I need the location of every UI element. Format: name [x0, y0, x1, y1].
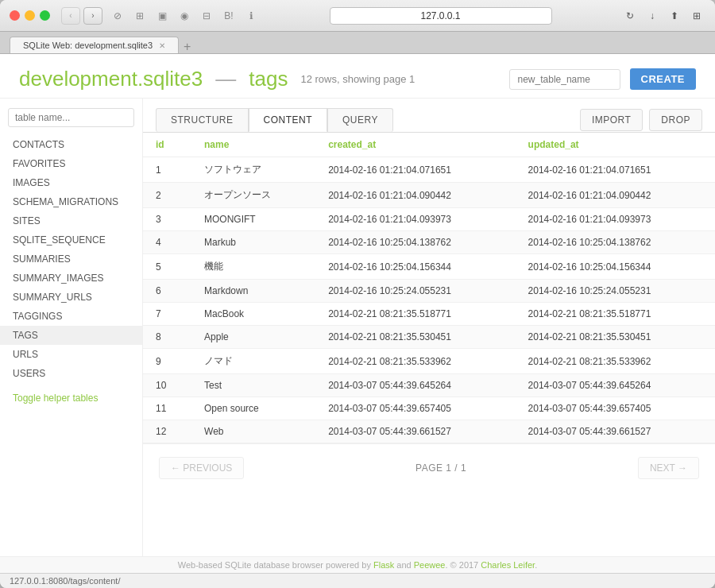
cell-name: Web [191, 420, 315, 443]
cell-id: 9 [143, 349, 191, 374]
sidebar-item-summary-images[interactable]: SUMMARY_IMAGES [0, 269, 142, 288]
cell-id: 7 [143, 303, 191, 326]
toggle-helper-tables[interactable]: Toggle helper tables [0, 383, 142, 408]
tab-content[interactable]: CONTENT [249, 108, 328, 132]
back-button[interactable]: ‹ [61, 7, 80, 25]
sidebar-item-users[interactable]: USERS [0, 364, 142, 383]
minimize-button[interactable] [25, 10, 35, 21]
maximize-button[interactable] [40, 10, 50, 21]
flask-link[interactable]: Flask [373, 560, 394, 570]
table-row[interactable]: 10Test2014-03-07 05:44:39.6452642014-03-… [143, 374, 715, 397]
cell-id: 2 [143, 183, 191, 208]
page-info: PAGE 1 / 1 [415, 462, 466, 474]
cell-id: 10 [143, 374, 191, 397]
forward-button[interactable]: › [83, 7, 102, 25]
sidebar-item-favorites[interactable]: FAVORITES [0, 154, 142, 173]
tab-structure[interactable]: STRUCTURE [156, 108, 249, 132]
drop-button[interactable]: DROP [649, 109, 702, 131]
cell-updated_at: 2014-02-16 01:21:04.090442 [516, 183, 715, 208]
image-icon[interactable]: ▣ [153, 7, 171, 25]
grid-icon[interactable]: ⊟ [198, 7, 215, 25]
table-row[interactable]: 8Apple2014-02-21 08:21:35.5304512014-02-… [143, 326, 715, 349]
table-row[interactable]: 12Web2014-03-07 05:44:39.6615272014-03-0… [143, 420, 715, 443]
bookmark-icon[interactable]: B! [220, 7, 238, 25]
next-button[interactable]: NEXT → [638, 457, 699, 479]
address-bar[interactable]: 127.0.0.1 [330, 7, 552, 25]
col-name[interactable]: name [191, 133, 315, 157]
cell-created_at: 2014-03-07 05:44:39.645264 [315, 374, 515, 397]
new-window-icon[interactable]: ⊞ [688, 7, 705, 25]
col-updated-at[interactable]: updated_at [516, 133, 715, 157]
sidebar-search-input[interactable] [8, 108, 134, 127]
toolbar-icons: ⊘ ⊞ ▣ ◉ ⊟ B! ℹ [109, 7, 260, 25]
create-button[interactable]: CREATE [630, 68, 696, 90]
table-row[interactable]: 4Markub2014-02-16 10:25:04.1387622014-02… [143, 231, 715, 254]
cell-name: 機能 [191, 254, 315, 280]
col-id[interactable]: id [143, 133, 191, 157]
table-wrapper: id name created_at updated_at 1ソフトウェア201… [143, 133, 715, 443]
sidebar-item-sqlite-sequence[interactable]: SQLITE_SEQUENCE [0, 230, 142, 250]
cell-updated_at: 2014-02-21 08:21:35.530451 [516, 326, 715, 349]
cell-created_at: 2014-02-16 01:21:04.090442 [315, 183, 515, 208]
cell-updated_at: 2014-02-21 08:21:35.518771 [516, 303, 715, 326]
row-info: 12 rows, showing page 1 [300, 73, 415, 85]
page-header: development.sqlite3 — tags 12 rows, show… [0, 54, 715, 99]
col-created-at[interactable]: created_at [315, 133, 515, 157]
sidebar-item-sites[interactable]: SITES [0, 211, 142, 230]
sidebar-item-urls[interactable]: URLS [0, 345, 142, 364]
table-row[interactable]: 3MOONGIFT2014-02-16 01:21:04.0939732014-… [143, 208, 715, 231]
table-name-heading: tags [249, 67, 288, 91]
peewee-link[interactable]: Peewee [414, 560, 446, 570]
data-table: id name created_at updated_at 1ソフトウェア201… [143, 133, 715, 443]
camera-icon[interactable]: ◉ [176, 7, 193, 25]
info-icon[interactable]: ℹ [242, 7, 260, 25]
import-button[interactable]: IMPORT [580, 109, 643, 131]
cell-id: 3 [143, 208, 191, 231]
cell-id: 4 [143, 231, 191, 254]
sidebar-item-contacts[interactable]: CONTACTS [0, 135, 142, 154]
cell-created_at: 2014-02-16 01:21:04.071651 [315, 157, 515, 183]
sidebar-item-images[interactable]: IMAGES [0, 173, 142, 192]
table-row[interactable]: 5機能2014-02-16 10:25:04.1563442014-02-16 … [143, 254, 715, 280]
close-button[interactable] [10, 10, 20, 21]
sidebar-item-summaries[interactable]: SUMMARIES [0, 250, 142, 269]
refresh-icon[interactable]: ↻ [621, 7, 639, 25]
cell-id: 11 [143, 397, 191, 420]
cell-updated_at: 2014-02-16 01:21:04.093973 [516, 208, 715, 231]
tab-close-icon[interactable]: ✕ [159, 41, 165, 50]
main-layout: CONTACTS FAVORITES IMAGES SCHEMA_MIGRATI… [0, 99, 715, 556]
layers-icon[interactable]: ⊞ [131, 7, 149, 25]
cell-created_at: 2014-02-21 08:21:35.530451 [315, 326, 515, 349]
cell-created_at: 2014-02-16 10:25:04.138762 [315, 231, 515, 254]
browser-titlebar: ‹ › ⊘ ⊞ ▣ ◉ ⊟ B! ℹ 127.0.0.1 ↻ ↓ ⬆ ⊞ [0, 0, 715, 32]
cell-name: Test [191, 374, 315, 397]
sidebar-item-schema-migrations[interactable]: SCHEMA_MIGRATIONS [0, 192, 142, 211]
author-link[interactable]: Charles Leifer [481, 560, 535, 570]
stop-icon[interactable]: ⊘ [109, 7, 126, 25]
cell-created_at: 2014-02-16 10:25:04.156344 [315, 254, 515, 280]
sidebar-item-taggings[interactable]: TAGGINGS [0, 307, 142, 326]
sidebar-item-summary-urls[interactable]: SUMMARY_URLS [0, 288, 142, 307]
cell-name: Markdown [191, 280, 315, 303]
sidebar-item-tags[interactable]: TAGS [0, 326, 142, 345]
new-tab-button[interactable]: + [184, 41, 191, 53]
db-name: development.sqlite3 [19, 67, 203, 91]
cell-created_at: 2014-03-07 05:44:39.661527 [315, 420, 515, 443]
browser-tab[interactable]: SQLite Web: development.sqlite3 ✕ [10, 37, 179, 53]
table-row[interactable]: 6Markdown2014-02-16 10:25:24.0552312014-… [143, 280, 715, 303]
new-table-input[interactable] [509, 69, 620, 90]
download-icon[interactable]: ↓ [644, 7, 661, 25]
prev-button[interactable]: ← PREVIOUS [159, 457, 244, 479]
tab-query[interactable]: QUERY [327, 108, 393, 132]
dash-separator: — [215, 67, 236, 91]
cell-updated_at: 2014-02-16 10:25:04.138762 [516, 231, 715, 254]
table-row[interactable]: 11Open source2014-03-07 05:44:39.6574052… [143, 397, 715, 420]
table-row[interactable]: 2オープンソース2014-02-16 01:21:04.0904422014-0… [143, 183, 715, 208]
table-row[interactable]: 9ノマド2014-02-21 08:21:35.5339622014-02-21… [143, 349, 715, 374]
share-icon[interactable]: ⬆ [666, 7, 683, 25]
cell-updated_at: 2014-02-16 10:25:04.156344 [516, 254, 715, 280]
table-row[interactable]: 1ソフトウェア2014-02-16 01:21:04.0716512014-02… [143, 157, 715, 183]
table-row[interactable]: 7MacBook2014-02-21 08:21:35.5187712014-0… [143, 303, 715, 326]
footer-text: Web-based SQLite database browser powere… [178, 560, 373, 570]
nav-buttons: ‹ › [61, 7, 102, 25]
